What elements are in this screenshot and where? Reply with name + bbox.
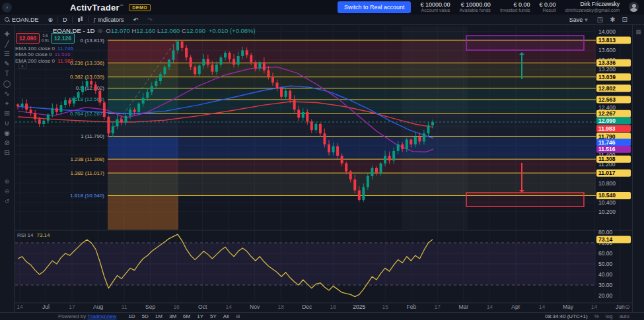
range-3m[interactable]: 3M	[169, 313, 176, 319]
svg-text:1 (11.790): 1 (11.790)	[81, 133, 104, 139]
svg-text:Feb: Feb	[406, 304, 416, 310]
zoom-out-tool[interactable]: ⊖	[1, 186, 13, 196]
svg-text:16: 16	[330, 304, 337, 310]
fullscreen-icon[interactable]: ◳	[594, 16, 606, 23]
magnet-tool[interactable]: ∪	[1, 118, 13, 128]
camera-icon[interactable]: ⊡	[619, 16, 631, 23]
measure-tool[interactable]: ⊞	[1, 108, 13, 118]
legend-collapse-button[interactable]: ∧	[18, 63, 27, 69]
ema-legend-row[interactable]: EMA 50 close 011.516	[15, 51, 73, 57]
app-header: › ActivTrader™ DEMO Switch to Real accou…	[0, 0, 644, 15]
spread-display: 3.6 0.91	[40, 33, 51, 44]
svg-text:14: 14	[539, 304, 546, 310]
compare-button[interactable]: ⊕	[44, 15, 58, 24]
range-1d[interactable]: 1D	[128, 313, 135, 319]
svg-text:15: 15	[382, 304, 389, 310]
redo-button[interactable]: ↷	[143, 15, 157, 24]
log-scale-toggle[interactable]: log	[606, 313, 613, 319]
forecast-tool[interactable]: ⌖	[1, 98, 13, 108]
svg-text:13.200: 13.200	[598, 66, 616, 73]
range-1y[interactable]: 1Y	[197, 313, 203, 319]
svg-text:13.336: 13.336	[598, 59, 616, 66]
svg-text:50.00: 50.00	[598, 261, 613, 267]
delete-tool[interactable]: ⊟	[1, 148, 13, 158]
account-stats: € 10000.00Account value€ 10000.00Availab…	[420, 1, 555, 13]
crosshair-tool[interactable]: ✚	[1, 29, 13, 39]
sidebar-expand-icon[interactable]: ›	[2, 3, 12, 13]
undo-button[interactable]: ↶	[129, 15, 143, 24]
trading-platform: { "header": { "logo": "ActivTrader", "tr…	[0, 0, 644, 320]
zoom-in-tool[interactable]: ⊕	[1, 176, 13, 186]
svg-text:10.400: 10.400	[598, 199, 616, 206]
sell-button[interactable]: 12.090	[16, 33, 40, 44]
chart-legend[interactable]: EOAN.DE - 1D ◎ O12.070 H12.160 L12.060 C…	[53, 27, 256, 34]
account-stat: € 0.00Result	[539, 1, 555, 13]
rsi-pane[interactable]	[15, 234, 596, 296]
range-5y[interactable]: 5Y	[210, 313, 217, 319]
range-1m[interactable]: 1M	[155, 313, 162, 319]
lock-tool[interactable]: ⊘	[1, 138, 13, 148]
reset-view-tool[interactable]: ↺	[1, 196, 13, 206]
svg-text:0 (13.813): 0 (13.813)	[81, 38, 105, 44]
svg-text:Apr: Apr	[511, 304, 520, 310]
watchlist-icon[interactable]: ▦	[635, 28, 641, 35]
rsi-legend[interactable]: RSI 14 73.14	[17, 232, 50, 238]
account-stat: € 10000.00Available funds	[460, 1, 491, 13]
user-info[interactable]: Dirk Friczewsky dirkfriczewsky@gmail.com	[565, 1, 620, 13]
trend-line-tool[interactable]: ╱	[1, 39, 13, 49]
tradingview-link[interactable]: TradingView	[87, 313, 116, 319]
svg-text:14: 14	[591, 304, 598, 310]
svg-text:11.746: 11.746	[598, 139, 616, 146]
price-axis[interactable]: 14.00013.60013.40013.20012.40012.20011.6…	[596, 28, 631, 215]
range-5d[interactable]: 5D	[142, 313, 149, 319]
svg-text:Mar: Mar	[459, 304, 469, 310]
shapes-tool[interactable]: ◯	[1, 79, 13, 88]
svg-text:Sep: Sep	[145, 304, 155, 310]
chart-canvas[interactable]: 0 (13.813)0.236 (13.336)0.382 (13.039)0.…	[0, 0, 644, 320]
svg-text:14: 14	[487, 304, 493, 310]
svg-text:May: May	[563, 304, 574, 310]
one-click-trade-widget: 12.090 3.6 0.91 12.126	[16, 33, 75, 44]
indicator-legend[interactable]: EMA 100 close 011.746EMA 50 close 011.51…	[15, 46, 73, 64]
brush-tool[interactable]: ✎	[1, 59, 13, 69]
svg-text:11: 11	[122, 304, 127, 310]
ema-legend-row[interactable]: EMA 100 close 011.746	[15, 46, 73, 51]
user-email: dirkfriczewsky@gmail.com	[565, 8, 620, 13]
svg-text:2025: 2025	[353, 304, 365, 310]
svg-text:1.618 (10.540): 1.618 (10.540)	[70, 193, 104, 199]
svg-text:13.813: 13.813	[598, 37, 616, 44]
demo-badge: DEMO	[129, 4, 151, 11]
percent-scale-toggle[interactable]: %	[594, 313, 599, 319]
calendar-icon[interactable]: ⊞	[236, 313, 240, 319]
text-tool[interactable]: T	[1, 69, 13, 79]
symbol-search[interactable]: EOAN.DE	[0, 15, 44, 24]
svg-text:11.516: 11.516	[598, 146, 616, 152]
svg-text:10.540: 10.540	[598, 192, 616, 199]
range-6m[interactable]: 6M	[183, 313, 190, 319]
buy-button[interactable]: 12.126	[51, 33, 75, 44]
auto-scale-toggle[interactable]: auto	[619, 313, 629, 319]
time-axis[interactable]: 14Jul17Aug11Sep16Oct14Nov18Dec16202515Fe…	[17, 304, 629, 310]
chart-type-button[interactable]	[73, 15, 88, 24]
ohlc-value: 12.070	[111, 27, 132, 34]
settings-gear-icon[interactable]: ✱	[606, 16, 618, 23]
account-stat: € 0.00Invested funds	[500, 1, 530, 13]
visibility-tool[interactable]: ◉	[1, 128, 13, 138]
interval-button[interactable]: D	[58, 15, 72, 24]
indicators-button[interactable]: ƒ Indicators	[89, 15, 129, 24]
svg-text:12.267: 12.267	[598, 110, 616, 117]
range-all[interactable]: All	[223, 313, 229, 319]
clock[interactable]: 08:34:40 (UTC+1)	[545, 313, 587, 319]
svg-text:17: 17	[69, 304, 75, 310]
svg-text:1.382 (11.017): 1.382 (11.017)	[71, 170, 105, 176]
switch-to-real-button[interactable]: Switch to Real account	[338, 1, 411, 13]
main-pane[interactable]: 0 (13.813)0.236 (13.336)0.382 (13.039)0.…	[15, 26, 596, 230]
svg-text:12.400: 12.400	[598, 104, 616, 111]
wave-tool[interactable]: ∿	[1, 88, 13, 98]
drawing-toolbar: ✚╱☰✎T◯∿⌖⊞∪◉⊘⊟⊕⊖↺	[0, 25, 15, 312]
fib-retracement-tool[interactable]: ☰	[1, 49, 13, 59]
avatar[interactable]	[629, 2, 639, 12]
svg-text:30.00: 30.00	[598, 282, 613, 288]
save-button[interactable]: Save▾	[565, 16, 592, 23]
rsi-axis[interactable]: 80.0070.0060.0050.0040.0030.0020.0073.14	[596, 229, 631, 299]
